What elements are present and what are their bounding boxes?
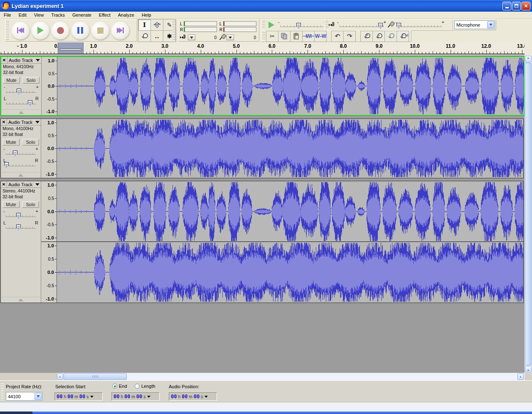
gain-thumb[interactable] bbox=[16, 213, 21, 219]
minimize-button[interactable] bbox=[502, 2, 511, 10]
play-at-speed-button[interactable] bbox=[266, 20, 276, 30]
vertical-ruler[interactable]: 1.00.50.0-0.5-1.01.00.50.0-0.5-1.0 bbox=[41, 181, 57, 303]
zoom-in-button[interactable]: + bbox=[360, 31, 373, 42]
vertical-ruler-channel[interactable]: 1.00.50.0-0.5-1.0 bbox=[41, 242, 57, 303]
scroll-up-button[interactable]: ⌃ bbox=[525, 56, 532, 62]
track-menu-button[interactable]: Audio Track bbox=[7, 181, 41, 187]
fit-selection-button[interactable]: ↔ bbox=[384, 31, 397, 42]
audio-position-counter[interactable]: 00h00m00s bbox=[169, 392, 217, 401]
fit-project-button[interactable]: ⊢⊣ bbox=[397, 31, 409, 42]
vertical-ruler-channel[interactable]: 1.00.50.0-0.5-1.0 bbox=[41, 119, 57, 178]
pan-thumb[interactable] bbox=[16, 224, 21, 230]
menu-tracks[interactable]: Tracks bbox=[47, 12, 69, 18]
toolbar-grip[interactable] bbox=[262, 21, 265, 29]
playback-meter[interactable]: L R 0 bbox=[180, 21, 217, 41]
gain-thumb[interactable] bbox=[17, 89, 21, 94]
toolbar-grip[interactable] bbox=[325, 21, 328, 29]
solo-button[interactable]: Solo bbox=[22, 77, 39, 84]
pause-button[interactable] bbox=[71, 21, 89, 39]
selection-end-counter[interactable]: 00h00m00s bbox=[111, 392, 160, 401]
toolbar-grip[interactable] bbox=[172, 21, 175, 40]
output-volume-slider[interactable]: - + bbox=[337, 20, 386, 30]
waveform-canvas[interactable] bbox=[57, 242, 523, 303]
counter-dropdown-icon[interactable] bbox=[90, 396, 94, 398]
record-button[interactable] bbox=[51, 21, 69, 39]
vertical-ruler-channel[interactable]: 1.00.50.0-0.5-1.0 bbox=[42, 57, 57, 115]
playback-speed-slider[interactable]: - + bbox=[278, 20, 326, 30]
pan-slider[interactable]: L R bbox=[4, 97, 39, 107]
menu-generate[interactable]: Generate bbox=[69, 12, 95, 18]
waveform-display[interactable] bbox=[57, 57, 524, 115]
title-bar[interactable]: Lydian experiment 1 ✕ bbox=[0, 0, 532, 12]
menu-view[interactable]: View bbox=[30, 12, 48, 18]
close-button[interactable]: ✕ bbox=[522, 2, 530, 10]
track-area[interactable]: ✕ Audio Track Mono, 44100Hz 32-bit float… bbox=[0, 55, 525, 373]
scroll-down-button[interactable]: ⌄ bbox=[525, 366, 532, 372]
track-menu-button[interactable]: Audio Track bbox=[7, 119, 41, 125]
redo-button[interactable]: ↷ bbox=[343, 31, 356, 42]
track-collapse-button[interactable] bbox=[2, 297, 40, 302]
scroll-right-button[interactable]: › bbox=[517, 373, 524, 380]
pan-slider[interactable]: L R bbox=[3, 221, 38, 231]
recording-meter[interactable]: L R 0 bbox=[219, 21, 257, 41]
timeshift-tool-button[interactable]: ↔ bbox=[150, 30, 163, 42]
mute-button[interactable]: Mute bbox=[3, 77, 20, 84]
gain-slider[interactable]: - + bbox=[3, 209, 38, 219]
counter-dropdown-icon[interactable] bbox=[147, 396, 150, 398]
gain-slider[interactable]: - + bbox=[4, 85, 39, 95]
track-collapse-button[interactable] bbox=[2, 109, 40, 115]
vertical-ruler[interactable]: 1.00.50.0-0.5-1.0 bbox=[42, 57, 57, 115]
timeline-ruler[interactable]: - 1.00.01.02.03.04.05.06.07.08.09.010.01… bbox=[0, 42, 525, 54]
input-volume-slider[interactable]: - + bbox=[395, 20, 444, 30]
track-close-button[interactable]: ✕ bbox=[1, 181, 7, 187]
menu-effect[interactable]: Effect bbox=[95, 12, 114, 18]
input-device-combo[interactable]: Microphone bbox=[454, 20, 495, 29]
counter-dropdown-icon[interactable] bbox=[204, 396, 208, 398]
menu-edit[interactable]: Edit bbox=[15, 12, 30, 18]
project-rate-combo[interactable]: 44100 bbox=[6, 392, 42, 401]
track-close-button[interactable]: ✕ bbox=[1, 57, 7, 63]
waveform-display[interactable] bbox=[57, 119, 523, 178]
track-collapse-button[interactable] bbox=[2, 172, 40, 177]
toolbar-grip[interactable] bbox=[6, 21, 9, 40]
paste-button[interactable] bbox=[290, 31, 303, 42]
copy-button[interactable] bbox=[278, 31, 291, 42]
scroll-left-button[interactable]: ‹ bbox=[57, 373, 63, 380]
input-volume-thumb[interactable] bbox=[397, 23, 401, 29]
pan-thumb[interactable] bbox=[28, 100, 32, 106]
mute-button[interactable]: Mute bbox=[2, 139, 20, 145]
pan-thumb[interactable] bbox=[4, 162, 9, 168]
trim-button[interactable]: ⊣W⊢ bbox=[302, 31, 315, 42]
pan-slider[interactable]: L R bbox=[3, 159, 38, 169]
vertical-scrollbar[interactable]: ⌃ ⌄ bbox=[525, 55, 532, 373]
waveform-canvas[interactable] bbox=[57, 119, 523, 178]
vertical-ruler-channel[interactable]: 1.00.50.0-0.5-1.0 bbox=[41, 181, 57, 242]
zoom-tool-button[interactable] bbox=[138, 30, 151, 42]
play-button[interactable] bbox=[31, 21, 49, 39]
track-close-button[interactable]: ✕ bbox=[1, 119, 7, 125]
ruler-selection-region[interactable] bbox=[58, 42, 84, 54]
selection-tool-button[interactable]: I bbox=[138, 19, 151, 31]
waveform-canvas[interactable] bbox=[57, 57, 524, 115]
silence-button[interactable]: W–W bbox=[314, 31, 327, 42]
gain-slider[interactable]: - + bbox=[3, 147, 38, 157]
toolbar-grip[interactable] bbox=[1, 382, 4, 400]
length-radio[interactable]: Length bbox=[135, 384, 155, 389]
menu-file[interactable]: File bbox=[0, 12, 15, 18]
restore-button[interactable] bbox=[512, 2, 521, 10]
vertical-scroll-thumb[interactable] bbox=[525, 63, 532, 365]
playback-speed-thumb[interactable] bbox=[296, 23, 301, 29]
horizontal-scrollbar[interactable]: ‹ › bbox=[57, 373, 525, 380]
output-volume-thumb[interactable] bbox=[378, 23, 383, 29]
selection-start-counter[interactable]: 00h00m00s bbox=[54, 392, 103, 401]
waveform-canvas[interactable] bbox=[57, 181, 523, 242]
recording-meter-menu-button[interactable] bbox=[227, 34, 234, 40]
menu-help[interactable]: Help bbox=[138, 12, 155, 18]
solo-button[interactable]: Solo bbox=[22, 139, 39, 145]
mute-button[interactable]: Mute bbox=[2, 201, 20, 208]
cut-button[interactable]: ✂ bbox=[266, 31, 278, 42]
zoom-out-button[interactable]: − bbox=[372, 31, 385, 42]
horizontal-scroll-thumb[interactable] bbox=[64, 373, 127, 380]
skip-to-end-button[interactable] bbox=[111, 21, 129, 39]
envelope-tool-button[interactable] bbox=[150, 19, 163, 31]
